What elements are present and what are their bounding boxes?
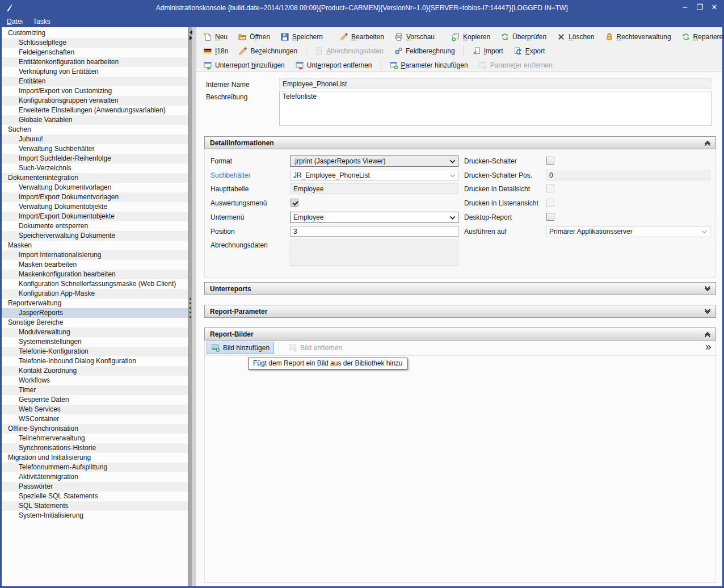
sidebar-item-web-services[interactable]: Web Services [2,405,188,414]
splitter-handle-icon[interactable] [190,295,191,321]
sidebar-item-suchen[interactable]: Suchen [2,125,188,135]
expand-right-icon[interactable] [190,36,192,40]
sidebar-item-sonstige-bereiche[interactable]: Sonstige Bereiche [2,318,188,327]
sidebar-item-migration-und-initialisierung[interactable]: Migration und Initialisierung [2,453,188,463]
sidebar-item-spezielle-sql-statements[interactable]: Spezielle SQL Statements [2,492,188,501]
sidebar-item-feldeigenschaften[interactable]: Feldeigenschaften [2,48,188,57]
sidebar-item-konfiguration-schnellerfassungsmaske-web-client[interactable]: Konfiguration Schnellerfassungsmaske (We… [2,279,188,289]
i18n-button[interactable]: I18n [200,45,231,57]
ffnen-button[interactable]: Öffnen [234,31,273,43]
sidebar-item-customizing[interactable]: Customizing [2,28,188,38]
sidebar-item-maskenkonfiguration-bearbeiten[interactable]: Maskenkonfiguration bearbeiten [2,270,188,279]
sidebar-item-systemeinstellungen[interactable]: Systemeinstellungen [2,337,188,347]
sidebar-item-import-export-dokumentobjekte[interactable]: Import/Export Dokumentobjekte [2,212,188,221]
sidebar-item-erweiterte-einstellungen-anwendungsvariablen[interactable]: Erweiterte Einstellungen (Anwendungsvari… [2,106,188,115]
sidebar-item-aktivit-tenmigration[interactable]: Aktivitätenmigration [2,472,188,482]
desktop-report-checkbox[interactable] [546,213,554,221]
bild-hinzuf-gen-button[interactable]: Bild hinzufügen [207,342,274,354]
sidebar-item-globale-variablen[interactable]: Globale Variablen [2,115,188,125]
sidebar-item-speicherverwaltung-dokumente[interactable]: Speicherverwaltung Dokumente [2,231,188,241]
sidebar-item-entit-tenkonfiguration-bearbeiten[interactable]: Entitätenkonfiguration bearbeiten [2,57,188,67]
suchbeh-lter-dropdown[interactable]: JR_Employee_PhoneList [290,170,458,181]
sidebar-item-verwaltung-dokumentvorlagen[interactable]: Verwaltung Dokumentvorlagen [2,183,188,192]
minimize-button[interactable]: – [681,3,689,11]
sidebar-item-import-export-dokumentvorlagen[interactable]: Import/Export Dokumentvorlagen [2,192,188,202]
sidebar-item-juhuuu[interactable]: Juhuuu! [2,135,188,144]
sidebar-item-konfigurationsgruppen-verwalten[interactable]: Konfigurationsgruppen verwalten [2,96,188,106]
sidebar-item-telefonie-konfiguration[interactable]: Telefonie-Konfiguration [2,347,188,356]
sidebar-item-import-suchfelder-reihenfolge[interactable]: Import Suchfelder-Reihenfolge [2,154,188,163]
sidebar-item-dokumentenintegration[interactable]: Dokumentenintegration [2,173,188,183]
sidebar-item-teilnehmerverwaltung[interactable]: Teilnehmerverwaltung [2,434,188,443]
drucken-schalter-checkbox[interactable] [546,157,554,165]
chevron-double-right-icon[interactable] [704,343,712,351]
unterreports-section-header[interactable]: Unterreports [204,282,716,295]
menu-item-datei[interactable]: Datei [7,18,23,26]
chevron-double-down-icon[interactable] [703,284,712,293]
sidebar-item-synchronisations-historie[interactable]: Synchronisations-Historie [2,443,188,453]
suchbeh-lter-label[interactable]: Suchbehälter [211,171,251,180]
sidebar-item-such-verzeichnis[interactable]: Such-Verzeichnis [2,163,188,173]
chevron-down-icon[interactable] [449,172,456,179]
detail-section-header[interactable]: Detailinformationen [204,136,716,149]
sidebar-item-jasperreports[interactable]: JasperReports [2,308,188,318]
report-parameter-section-header[interactable]: Report-Parameter [204,305,716,318]
sidebar-item-import-export-von-customizing[interactable]: Import/Export von Customizing [2,86,188,96]
chevron-double-up-icon[interactable] [703,138,712,148]
bezeichnungen-button[interactable]: Bezeichnungen [235,45,301,57]
ausf-hren-auf-dropdown[interactable]: Primärer Applikationsserver [546,226,710,237]
berpr-fen-button[interactable]: Überprüfen [497,31,550,43]
sidebar-item-konfiguration-app-maske[interactable]: Konfiguration App-Maske [2,289,188,299]
l-schen-button[interactable]: Löschen [553,31,597,43]
sidebar-item-schl-sselpflege[interactable]: Schlüsselpflege [2,38,188,48]
sidebar-item-workflows[interactable]: Workflows [2,376,188,385]
sidebar-item-timer[interactable]: Timer [2,385,188,395]
sidebar-item-telefonie-inbound-dialog-konfiguration[interactable]: Telefonie-Inbound Dialog Konfiguration [2,356,188,366]
format-dropdown[interactable]: .jrprint (JasperReports Viewer) [290,156,458,167]
sidebar-item-dokumente-entsperren[interactable]: Dokumente entsperren [2,221,188,231]
rechteverwaltung-button[interactable]: Rechteverwaltung [601,31,675,43]
position-field[interactable]: 3 [290,226,458,237]
sidebar-item-gesperrte-daten[interactable]: Gesperrte Daten [2,395,188,405]
chevron-double-up-icon[interactable] [703,330,712,339]
sidebar-item-masken-bearbeiten[interactable]: Masken bearbeiten [2,260,188,270]
close-button[interactable]: ✕ [710,3,718,11]
kopieren-button[interactable]: Kopieren [448,31,494,43]
sidebar-item-sql-statements[interactable]: SQL Statements [2,501,188,511]
untermen-dropdown[interactable]: Employee [290,212,458,223]
chevron-down-icon[interactable] [701,228,708,236]
auswertungsmen-checkbox[interactable] [291,199,298,207]
feldberechnung-button[interactable]: Feldberechnung [390,45,458,57]
sidebar-item-verwaltung-suchbeh-lter[interactable]: Verwaltung Suchbehälter [2,144,188,154]
sidebar-item-import-internationalisierung[interactable]: Import Internationalisierung [2,250,188,260]
sidebar-item-verwaltung-dokumentobjekte[interactable]: Verwaltung Dokumentobjekte [2,202,188,212]
sidebar-item-passw-rter[interactable]: Passwörter [2,482,188,492]
sidebar-item-reportverwaltung[interactable]: Reportverwaltung [2,299,188,308]
sidebar-item-telefonnummern-aufsplittung[interactable]: Telefonnummern-Aufsplittung [2,463,188,472]
speichern-button[interactable]: Speichern [277,31,326,43]
menu-item-tasks[interactable]: Tasks [33,18,50,26]
sidebar-item-entit-ten[interactable]: Entitäten [2,77,188,86]
export-button[interactable]: Export [510,45,549,57]
sidebar-item-modulverwaltung[interactable]: Modulverwaltung [2,327,188,337]
chevron-down-icon[interactable] [449,214,456,221]
sidebar-item-masken[interactable]: Masken [2,241,188,250]
bearbeiten-button[interactable]: Bearbeiten [336,31,388,43]
maximize-button[interactable]: ❐ [696,3,704,11]
chevron-down-icon[interactable] [449,158,456,165]
splitter[interactable] [188,27,196,586]
sidebar-item-verkn-pfung-von-entit-ten[interactable]: Verknüpfung von Entitäten [2,67,188,77]
vorschau-button[interactable]: Vorschau [391,31,438,43]
unterreport-entfernen-button[interactable]: Unterreport entfernen [292,59,376,72]
collapse-left-icon[interactable] [190,30,192,35]
parameter-hinzuf-gen-button[interactable]: Parameter hinzufügen [386,59,472,72]
neu-button[interactable]: Neu [200,31,231,43]
import-button[interactable]: Import [469,45,507,57]
sidebar-item-kontakt-zuordnung[interactable]: Kontakt Zuordnung [2,366,188,376]
sidebar-item-offline-synchronisation[interactable]: Offline-Synchronisation [2,424,188,434]
unterreport-hinzuf-gen-button[interactable]: Unterreport hinzufügen [200,59,288,72]
reparieren-button[interactable]: Reparieren [678,31,724,43]
report-bilder-section-header[interactable]: Report-Bilder [204,327,716,341]
sidebar-item-wscontainer[interactable]: WSContainer [2,414,188,424]
chevron-double-down-icon[interactable] [703,307,712,316]
